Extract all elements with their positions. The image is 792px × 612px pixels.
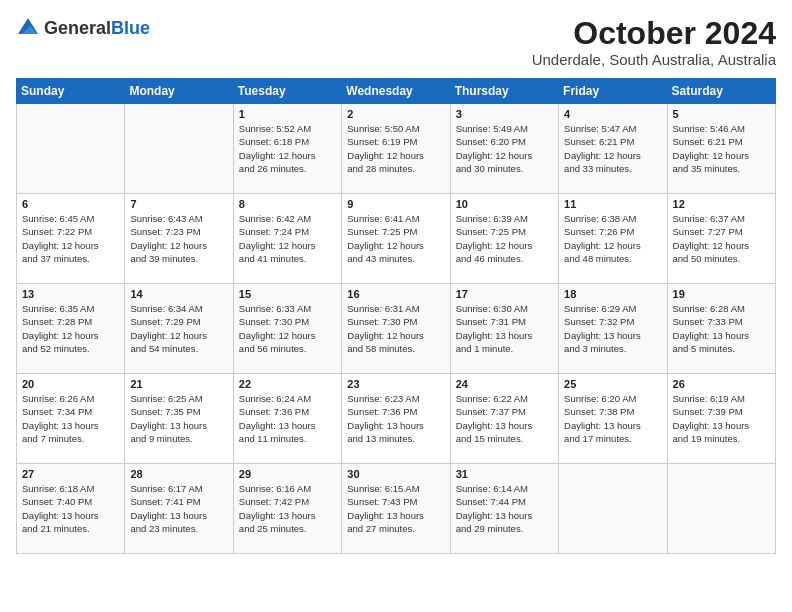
- day-cell: 7Sunrise: 6:43 AM Sunset: 7:23 PM Daylig…: [125, 194, 233, 284]
- day-number: 10: [456, 198, 553, 210]
- week-row-1: 1Sunrise: 5:52 AM Sunset: 6:18 PM Daylig…: [17, 104, 776, 194]
- day-cell: 22Sunrise: 6:24 AM Sunset: 7:36 PM Dayli…: [233, 374, 341, 464]
- day-cell: 12Sunrise: 6:37 AM Sunset: 7:27 PM Dayli…: [667, 194, 775, 284]
- day-info: Sunrise: 5:52 AM Sunset: 6:18 PM Dayligh…: [239, 122, 336, 175]
- day-cell: 18Sunrise: 6:29 AM Sunset: 7:32 PM Dayli…: [559, 284, 667, 374]
- week-row-5: 27Sunrise: 6:18 AM Sunset: 7:40 PM Dayli…: [17, 464, 776, 554]
- day-info: Sunrise: 6:35 AM Sunset: 7:28 PM Dayligh…: [22, 302, 119, 355]
- header-wednesday: Wednesday: [342, 79, 450, 104]
- day-number: 19: [673, 288, 770, 300]
- day-cell: 26Sunrise: 6:19 AM Sunset: 7:39 PM Dayli…: [667, 374, 775, 464]
- day-info: Sunrise: 6:25 AM Sunset: 7:35 PM Dayligh…: [130, 392, 227, 445]
- day-info: Sunrise: 6:31 AM Sunset: 7:30 PM Dayligh…: [347, 302, 444, 355]
- day-cell: 11Sunrise: 6:38 AM Sunset: 7:26 PM Dayli…: [559, 194, 667, 284]
- header-thursday: Thursday: [450, 79, 558, 104]
- location-title: Underdale, South Australia, Australia: [532, 51, 776, 68]
- day-number: 3: [456, 108, 553, 120]
- day-number: 28: [130, 468, 227, 480]
- day-info: Sunrise: 6:30 AM Sunset: 7:31 PM Dayligh…: [456, 302, 553, 355]
- day-number: 31: [456, 468, 553, 480]
- day-info: Sunrise: 6:37 AM Sunset: 7:27 PM Dayligh…: [673, 212, 770, 265]
- day-cell: 1Sunrise: 5:52 AM Sunset: 6:18 PM Daylig…: [233, 104, 341, 194]
- day-number: 9: [347, 198, 444, 210]
- title-area: October 2024 Underdale, South Australia,…: [532, 16, 776, 68]
- day-cell: 6Sunrise: 6:45 AM Sunset: 7:22 PM Daylig…: [17, 194, 125, 284]
- day-info: Sunrise: 6:24 AM Sunset: 7:36 PM Dayligh…: [239, 392, 336, 445]
- day-info: Sunrise: 6:20 AM Sunset: 7:38 PM Dayligh…: [564, 392, 661, 445]
- day-number: 29: [239, 468, 336, 480]
- day-cell: 14Sunrise: 6:34 AM Sunset: 7:29 PM Dayli…: [125, 284, 233, 374]
- day-number: 6: [22, 198, 119, 210]
- day-cell: 10Sunrise: 6:39 AM Sunset: 7:25 PM Dayli…: [450, 194, 558, 284]
- day-number: 8: [239, 198, 336, 210]
- day-cell: 21Sunrise: 6:25 AM Sunset: 7:35 PM Dayli…: [125, 374, 233, 464]
- day-number: 17: [456, 288, 553, 300]
- day-info: Sunrise: 5:46 AM Sunset: 6:21 PM Dayligh…: [673, 122, 770, 175]
- day-number: 24: [456, 378, 553, 390]
- day-number: 4: [564, 108, 661, 120]
- day-info: Sunrise: 6:33 AM Sunset: 7:30 PM Dayligh…: [239, 302, 336, 355]
- header-tuesday: Tuesday: [233, 79, 341, 104]
- day-cell: 15Sunrise: 6:33 AM Sunset: 7:30 PM Dayli…: [233, 284, 341, 374]
- day-cell: 20Sunrise: 6:26 AM Sunset: 7:34 PM Dayli…: [17, 374, 125, 464]
- day-cell: [559, 464, 667, 554]
- header-monday: Monday: [125, 79, 233, 104]
- day-number: 18: [564, 288, 661, 300]
- month-title: October 2024: [532, 16, 776, 51]
- day-cell: 3Sunrise: 5:49 AM Sunset: 6:20 PM Daylig…: [450, 104, 558, 194]
- day-cell: [667, 464, 775, 554]
- day-number: 25: [564, 378, 661, 390]
- day-info: Sunrise: 6:38 AM Sunset: 7:26 PM Dayligh…: [564, 212, 661, 265]
- day-number: 12: [673, 198, 770, 210]
- day-number: 30: [347, 468, 444, 480]
- day-info: Sunrise: 5:47 AM Sunset: 6:21 PM Dayligh…: [564, 122, 661, 175]
- day-cell: 16Sunrise: 6:31 AM Sunset: 7:30 PM Dayli…: [342, 284, 450, 374]
- day-info: Sunrise: 5:49 AM Sunset: 6:20 PM Dayligh…: [456, 122, 553, 175]
- day-info: Sunrise: 6:42 AM Sunset: 7:24 PM Dayligh…: [239, 212, 336, 265]
- day-info: Sunrise: 6:43 AM Sunset: 7:23 PM Dayligh…: [130, 212, 227, 265]
- day-number: 20: [22, 378, 119, 390]
- day-number: 27: [22, 468, 119, 480]
- day-number: 22: [239, 378, 336, 390]
- day-cell: 4Sunrise: 5:47 AM Sunset: 6:21 PM Daylig…: [559, 104, 667, 194]
- day-number: 21: [130, 378, 227, 390]
- logo: GeneralBlue: [16, 16, 150, 40]
- day-info: Sunrise: 6:41 AM Sunset: 7:25 PM Dayligh…: [347, 212, 444, 265]
- day-number: 15: [239, 288, 336, 300]
- day-number: 13: [22, 288, 119, 300]
- logo-icon: [16, 16, 40, 40]
- day-cell: 19Sunrise: 6:28 AM Sunset: 7:33 PM Dayli…: [667, 284, 775, 374]
- week-row-3: 13Sunrise: 6:35 AM Sunset: 7:28 PM Dayli…: [17, 284, 776, 374]
- day-info: Sunrise: 5:50 AM Sunset: 6:19 PM Dayligh…: [347, 122, 444, 175]
- header-sunday: Sunday: [17, 79, 125, 104]
- day-number: 23: [347, 378, 444, 390]
- day-number: 2: [347, 108, 444, 120]
- day-number: 26: [673, 378, 770, 390]
- day-cell: 17Sunrise: 6:30 AM Sunset: 7:31 PM Dayli…: [450, 284, 558, 374]
- day-cell: 30Sunrise: 6:15 AM Sunset: 7:43 PM Dayli…: [342, 464, 450, 554]
- day-cell: [17, 104, 125, 194]
- day-info: Sunrise: 6:23 AM Sunset: 7:36 PM Dayligh…: [347, 392, 444, 445]
- day-info: Sunrise: 6:39 AM Sunset: 7:25 PM Dayligh…: [456, 212, 553, 265]
- week-row-4: 20Sunrise: 6:26 AM Sunset: 7:34 PM Dayli…: [17, 374, 776, 464]
- day-cell: 29Sunrise: 6:16 AM Sunset: 7:42 PM Dayli…: [233, 464, 341, 554]
- day-cell: 8Sunrise: 6:42 AM Sunset: 7:24 PM Daylig…: [233, 194, 341, 284]
- logo-text-general: General: [44, 18, 111, 38]
- day-cell: 2Sunrise: 5:50 AM Sunset: 6:19 PM Daylig…: [342, 104, 450, 194]
- day-info: Sunrise: 6:19 AM Sunset: 7:39 PM Dayligh…: [673, 392, 770, 445]
- day-info: Sunrise: 6:26 AM Sunset: 7:34 PM Dayligh…: [22, 392, 119, 445]
- day-cell: [125, 104, 233, 194]
- day-info: Sunrise: 6:15 AM Sunset: 7:43 PM Dayligh…: [347, 482, 444, 535]
- week-row-2: 6Sunrise: 6:45 AM Sunset: 7:22 PM Daylig…: [17, 194, 776, 284]
- day-info: Sunrise: 6:14 AM Sunset: 7:44 PM Dayligh…: [456, 482, 553, 535]
- day-number: 1: [239, 108, 336, 120]
- day-number: 11: [564, 198, 661, 210]
- day-number: 16: [347, 288, 444, 300]
- day-info: Sunrise: 6:45 AM Sunset: 7:22 PM Dayligh…: [22, 212, 119, 265]
- day-info: Sunrise: 6:34 AM Sunset: 7:29 PM Dayligh…: [130, 302, 227, 355]
- day-number: 5: [673, 108, 770, 120]
- day-info: Sunrise: 6:29 AM Sunset: 7:32 PM Dayligh…: [564, 302, 661, 355]
- calendar-table: SundayMondayTuesdayWednesdayThursdayFrid…: [16, 78, 776, 554]
- day-info: Sunrise: 6:17 AM Sunset: 7:41 PM Dayligh…: [130, 482, 227, 535]
- day-number: 7: [130, 198, 227, 210]
